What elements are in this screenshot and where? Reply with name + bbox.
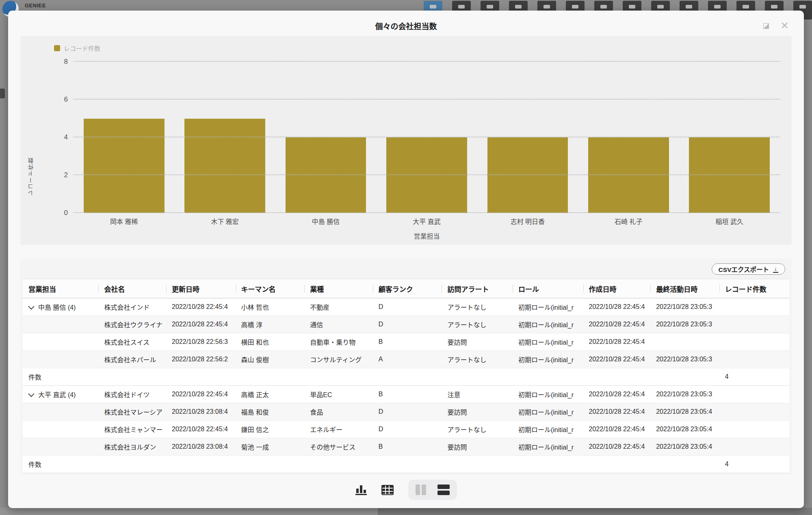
bar-石崎 礼子[interactable] [588, 137, 669, 213]
bar-中島 勝信[interactable] [286, 137, 366, 213]
table-row[interactable]: 株式会社ウクライナ2022/10/28 22:45:4高橋 淳通信Dアラートなし… [23, 316, 789, 333]
y-tick-label: 6 [64, 96, 68, 104]
background-strip-left [0, 508, 378, 515]
bar-slot [74, 62, 174, 213]
table-panel: CSVエクスポート ↓ 営業担当会社名更新日時キーマン名業種顧客ランク訪問アラー… [20, 259, 792, 475]
column-header[interactable]: 顧客ランク [373, 279, 442, 298]
table-row[interactable]: 株式会社スイス2022/10/28 22:56:3横田 和也自動車・乗り物B要訪… [23, 333, 789, 351]
y-tick-label: 0 [64, 209, 68, 217]
bar-chart-view-icon[interactable] [355, 485, 367, 495]
background-strip-right [378, 508, 812, 515]
layout-segmented-control [408, 480, 457, 500]
gridline-y8: 8 [74, 61, 780, 62]
gridline-y0: 0 [74, 212, 780, 213]
records-table: 営業担当会社名更新日時キーマン名業種顧客ランク訪問アラートロール作成日時最終活動… [23, 279, 789, 473]
x-tick-label: 志村 明日香 [477, 216, 578, 226]
close-icon[interactable]: × [781, 20, 788, 31]
x-tick-label: 中島 勝信 [275, 216, 376, 226]
bar-slot [174, 62, 275, 213]
download-icon: ↓ [773, 266, 778, 273]
column-header[interactable]: ロール [513, 279, 583, 298]
screen: GENIEE 個々の会社担当数 ◪ × レコード件数 レコード件数 02468 … [0, 0, 812, 515]
table-row[interactable]: 中島 勝信 (4)株式会社インド2022/10/28 22:45:4小林 哲也不… [23, 298, 789, 316]
table-row[interactable]: 株式会社ヨルダン2022/10/28 23:08:4菊池 一成その他サービスB要… [23, 438, 789, 456]
table-row[interactable]: 株式会社ミャンマー2022/10/28 22:45:4鎌田 信之エネルギーDアラ… [23, 421, 789, 438]
column-header[interactable]: 訪問アラート [442, 279, 513, 298]
table-view-icon[interactable] [381, 485, 394, 495]
y-tick-label: 4 [64, 133, 68, 141]
legend-label: レコード件数 [64, 44, 100, 52]
bar-稲垣 武久[interactable] [689, 137, 770, 213]
csv-export-label: CSVエクスポート [719, 265, 769, 274]
y-tick-label: 8 [64, 58, 68, 66]
bar-slot [275, 62, 376, 213]
y-axis-title: レコード件数 [27, 157, 35, 196]
column-header[interactable]: キーマン名 [236, 279, 305, 298]
sidebar-peek-icon [0, 89, 5, 98]
table-row[interactable]: 株式会社マレーシア2022/10/28 23:08:4福島 和俊食品D要訪問初期… [23, 403, 789, 421]
modal-title: 個々の会社担当数 [8, 20, 804, 31]
horizontal-split-icon[interactable] [437, 485, 450, 495]
x-axis-title: 営業担当 [74, 231, 780, 241]
bar-岡本 雅稀[interactable] [84, 119, 165, 213]
gridline-y4: 4 [74, 137, 780, 137]
report-modal: 個々の会社担当数 ◪ × レコード件数 レコード件数 02468 岡本 雅稀木下… [8, 11, 804, 508]
bar-plot: 02468 [74, 62, 780, 213]
bar-志村 明日香[interactable] [487, 137, 568, 213]
column-header[interactable]: 最終活動日時 [650, 279, 719, 298]
table-header-row: 営業担当会社名更新日時キーマン名業種顧客ランク訪問アラートロール作成日時最終活動… [23, 279, 789, 298]
y-tick-label: 2 [64, 171, 68, 179]
x-tick-label: 大平 直武 [376, 216, 477, 226]
bars-container [74, 62, 780, 213]
collapse-icon[interactable]: ◪ [762, 22, 769, 29]
export-row: CSVエクスポート ↓ [22, 263, 790, 275]
bar-slot [679, 62, 780, 213]
modal-actions: ◪ × [762, 20, 788, 31]
group-summary-row: 件数4 [23, 368, 789, 386]
column-header[interactable]: 営業担当 [23, 279, 98, 298]
view-toolbar [8, 480, 804, 500]
page-background-bottom [0, 508, 812, 515]
brand-text: GENIEE [25, 2, 46, 9]
chevron-down-icon[interactable] [28, 391, 35, 397]
group-label: 大平 直武 (4) [38, 389, 76, 399]
legend-swatch [54, 45, 60, 51]
column-header[interactable]: 作成日時 [583, 279, 651, 298]
bar-大平 直武[interactable] [386, 137, 467, 213]
x-axis-labels: 岡本 雅稀木下 雅宏中島 勝信大平 直武志村 明日香石崎 礼子稲垣 武久 [74, 216, 780, 226]
group-label: 中島 勝信 (4) [38, 302, 76, 312]
bar-木下 雅宏[interactable] [184, 119, 265, 213]
x-tick-label: 岡本 雅稀 [74, 216, 174, 226]
column-header[interactable]: レコード件数 [719, 279, 789, 298]
x-tick-label: 石崎 礼子 [578, 216, 679, 226]
chevron-down-icon[interactable] [28, 303, 35, 310]
x-tick-label: 稲垣 武久 [679, 216, 780, 226]
table-row[interactable]: 株式会社ネパール2022/10/28 22:56:2森山 俊樹コンサルティングA… [23, 351, 789, 368]
bar-slot [578, 62, 679, 213]
bar-slot [376, 62, 477, 213]
vertical-split-icon[interactable] [416, 485, 426, 495]
gridline-y6: 6 [74, 99, 780, 100]
bar-slot [477, 62, 578, 213]
column-header[interactable]: 業種 [304, 279, 373, 298]
gridline-y2: 2 [74, 174, 780, 175]
table-row[interactable]: 大平 直武 (4)株式会社ドイツ2022/10/28 22:45:4高橋 正太単… [23, 386, 789, 403]
chart-legend: レコード件数 [54, 44, 100, 52]
chart-panel: レコード件数 レコード件数 02468 岡本 雅稀木下 雅宏中島 勝信大平 直武… [20, 36, 792, 245]
x-tick-label: 木下 雅宏 [174, 216, 275, 226]
csv-export-button[interactable]: CSVエクスポート ↓ [712, 263, 785, 275]
group-summary-row: 件数4 [23, 456, 789, 473]
column-header[interactable]: 会社名 [98, 279, 166, 298]
column-header[interactable]: 更新日時 [166, 279, 236, 298]
